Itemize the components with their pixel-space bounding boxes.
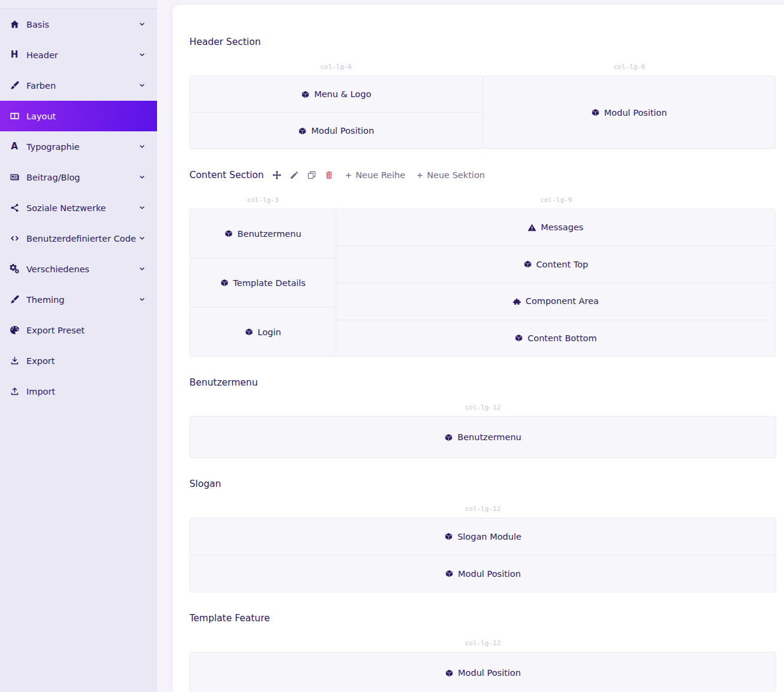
grid-column: Menu & LogoModul Position xyxy=(189,76,483,149)
sidebar-item-typographie[interactable]: A Typographie xyxy=(0,131,157,162)
module-menu-logo[interactable]: Menu & Logo xyxy=(189,76,483,113)
grid-column: Benutzermenu xyxy=(189,416,776,458)
layout-section-header-section: Header Section col-lg-6col-lg-6 Menu & L… xyxy=(189,37,776,149)
edit-button[interactable] xyxy=(290,170,299,180)
delete-button[interactable] xyxy=(324,170,334,180)
plus-icon xyxy=(416,172,424,179)
grid-column: Modul Position xyxy=(483,76,776,149)
pencil-icon xyxy=(290,170,299,180)
section-title: Benutzermenu xyxy=(189,377,258,388)
column-size-label: col-lg-6 xyxy=(483,63,777,71)
module-label: Modul Position xyxy=(604,108,667,118)
sidebar-item-label: Header xyxy=(26,50,58,60)
cube-icon xyxy=(445,569,454,578)
module-login[interactable]: Login xyxy=(189,307,336,357)
chevron-down-icon xyxy=(138,20,146,29)
section-title: Header Section xyxy=(189,37,261,47)
sidebar-item-basis[interactable]: Basis xyxy=(0,9,157,40)
sidebar-item-header[interactable]: H Header xyxy=(0,40,157,70)
puzzle-icon xyxy=(512,297,521,306)
module-modul-position[interactable]: Modul Position xyxy=(189,555,776,592)
column-size-labels: col-lg-3col-lg-9 xyxy=(189,196,776,204)
sidebar-top-divider xyxy=(0,0,157,9)
sidebar-item-farben[interactable]: Farben xyxy=(0,70,157,101)
module-label: Modul Position xyxy=(458,668,521,678)
module-modul-position[interactable]: Modul Position xyxy=(189,652,776,692)
paintbrush-icon xyxy=(10,294,20,305)
module-modul-position[interactable]: Modul Position xyxy=(483,76,776,149)
sidebar-item-label: Soziale Netzwerke xyxy=(26,203,106,213)
module-content-top[interactable]: Content Top xyxy=(336,246,776,284)
letter-h-icon: H xyxy=(11,50,19,59)
share-icon xyxy=(10,203,20,213)
sidebar-item-theming[interactable]: Theming xyxy=(0,284,157,315)
chevron-down-icon xyxy=(138,143,146,151)
plus-icon xyxy=(345,172,352,179)
sidebar-item-export-preset[interactable]: Export Preset xyxy=(0,315,157,345)
cogs-icon xyxy=(10,264,20,274)
warning-icon xyxy=(527,223,536,232)
cube-icon xyxy=(444,532,453,541)
module-label: Modul Position xyxy=(458,569,521,579)
chevron-down-icon xyxy=(138,296,146,304)
section-row: Modul Position xyxy=(189,652,776,692)
sidebar-item-import[interactable]: Import xyxy=(0,376,157,407)
section-row: Menu & LogoModul PositionModul Position xyxy=(189,76,776,149)
layout-section-slogan: Slogan col-lg-12 Slogan ModuleModul Posi… xyxy=(189,479,776,592)
module-component-area[interactable]: Component Area xyxy=(336,282,776,320)
section-toolbar: Neue ReiheNeue Sektion xyxy=(272,170,485,180)
cube-icon xyxy=(245,327,254,336)
cube-icon xyxy=(514,333,523,342)
cube-icon xyxy=(220,278,229,287)
cube-icon xyxy=(301,90,310,99)
sidebar-item-benutzerdefinierter-code[interactable]: Benutzerdefinierter Code xyxy=(0,223,157,254)
sidebar-item-label: Import xyxy=(26,387,55,396)
sidebar-item-label: Verschiedenes xyxy=(26,264,89,274)
column-size-labels: col-lg-12 xyxy=(189,639,776,647)
module-label: Slogan Module xyxy=(457,532,521,541)
cube-icon xyxy=(224,229,233,238)
module-benutzermenu[interactable]: Benutzermenu xyxy=(189,209,336,258)
module-benutzermenu[interactable]: Benutzermenu xyxy=(189,416,776,458)
section-row: Slogan ModuleModul Position xyxy=(189,518,776,592)
cube-icon xyxy=(444,433,453,442)
sidebar-item-label: Export Preset xyxy=(26,326,85,335)
sidebar-item-layout[interactable]: Layout xyxy=(0,101,157,131)
module-slogan-module[interactable]: Slogan Module xyxy=(189,518,776,555)
column-size-label: col-lg-9 xyxy=(336,196,776,204)
module-messages[interactable]: Messages xyxy=(336,209,776,246)
sidebar-item-export[interactable]: Export xyxy=(0,345,157,376)
module-label: Modul Position xyxy=(311,126,374,136)
module-label: Content Top xyxy=(536,260,589,269)
sidebar-item-label: Beitrag/Blog xyxy=(26,173,80,182)
cube-icon xyxy=(298,127,307,136)
home-icon xyxy=(10,19,20,29)
move-icon xyxy=(272,170,282,180)
app: Basis H Header Farben Layout A Typograph… xyxy=(0,0,784,692)
sidebar-item-beitrag-blog[interactable]: Beitrag/Blog xyxy=(0,162,157,192)
module-content-bottom[interactable]: Content Bottom xyxy=(336,320,776,357)
sidebar-item-label: Basis xyxy=(26,20,49,29)
module-template-details[interactable]: Template Details xyxy=(189,258,336,308)
cube-icon xyxy=(445,669,454,678)
section-row: BenutzermenuTemplate DetailsLoginMessage… xyxy=(189,209,776,357)
sidebar-item-label: Benutzerdefinierter Code xyxy=(26,234,136,243)
main-panel: Header Section col-lg-6col-lg-6 Menu & L… xyxy=(173,5,784,692)
sidebar-item-label: Layout xyxy=(26,112,56,121)
add-neue-sektion-button[interactable]: Neue Sektion xyxy=(416,170,485,180)
sidebar-item-verschiedenes[interactable]: Verschiedenes xyxy=(0,254,157,284)
module-modul-position[interactable]: Modul Position xyxy=(189,112,483,149)
sidebar-nav: Basis H Header Farben Layout A Typograph… xyxy=(0,9,157,407)
section-title: Template Feature xyxy=(189,613,270,624)
module-label: Component Area xyxy=(526,296,599,306)
sidebar-item-soziale-netzwerke[interactable]: Soziale Netzwerke xyxy=(0,192,157,223)
column-size-labels: col-lg-12 xyxy=(189,404,776,411)
move-button[interactable] xyxy=(272,170,282,180)
duplicate-button[interactable] xyxy=(307,170,316,180)
column-size-label: col-lg-12 xyxy=(189,505,776,513)
sidebar: Basis H Header Farben Layout A Typograph… xyxy=(0,0,157,692)
add-neue-reihe-button[interactable]: Neue Reihe xyxy=(345,170,405,180)
section-title: Slogan xyxy=(189,479,221,489)
paintbrush-icon xyxy=(10,80,20,91)
column-size-label: col-lg-12 xyxy=(189,404,776,411)
